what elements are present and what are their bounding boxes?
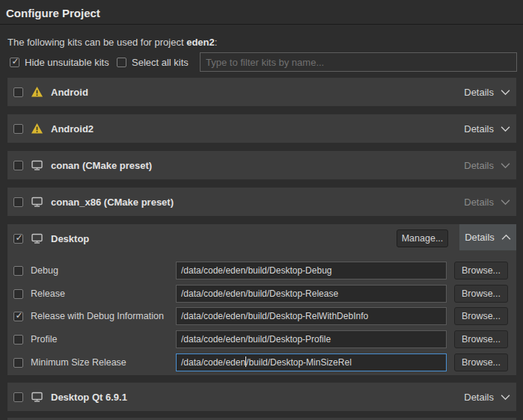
browse-label: Browse... [462, 265, 501, 276]
hide-unsuitable-kits-checkbox[interactable]: ✓ [10, 58, 19, 67]
details-label: Details [464, 87, 494, 98]
path-after-cursor: /build/Desktop-MinSizeRel [246, 357, 352, 368]
kit-name: conan_x86 (CMake preset) [51, 197, 174, 208]
build-config-row-profile: Profile Browse... [13, 330, 508, 348]
warning-icon [31, 86, 43, 98]
details-button[interactable]: Details [464, 383, 510, 411]
desktop-monitor-icon [31, 391, 43, 403]
desktop-monitor-icon [31, 196, 43, 208]
config-label: Release with Debug Information [31, 311, 164, 321]
desktop-monitor-icon [31, 159, 43, 171]
config-release-path-input[interactable] [176, 285, 447, 303]
kit-row-desktop-qt-691[interactable]: Desktop Qt 6.9.1 Details [7, 383, 516, 411]
intro-text: The following kits can be used for proje… [7, 37, 217, 48]
chevron-down-icon [501, 394, 510, 401]
intro-before: The following kits can be used for proje… [7, 37, 186, 48]
kit-android2-checkbox[interactable] [13, 124, 23, 134]
project-name: eden2 [186, 37, 215, 48]
kit-conan-x86-checkbox[interactable] [13, 197, 23, 207]
select-all-kits-label: Select all kits [132, 57, 189, 68]
details-label: Details [464, 123, 494, 135]
intro-after: : [215, 37, 218, 48]
details-button: Details [464, 151, 510, 179]
hide-unsuitable-kits-label: Hide unsuitable kits [25, 57, 109, 68]
kit-conan-checkbox[interactable] [13, 161, 23, 170]
chevron-down-icon [501, 89, 510, 96]
config-profile-path-input[interactable] [176, 330, 447, 348]
path-before-cursor: /data/code/eden [181, 357, 245, 368]
browse-label: Browse... [462, 357, 501, 368]
manage-label: Manage... [402, 233, 444, 244]
manage-kits-button[interactable]: Manage... [397, 229, 448, 247]
select-all-kits-checkbox-row[interactable]: Select all kits [117, 57, 189, 68]
details-label: Details [464, 160, 494, 171]
desktop-monitor-icon [31, 232, 43, 244]
chevron-down-icon [501, 162, 510, 169]
kit-section-desktop: ✓ Desktop Manage... Details Debug Browse… [7, 224, 516, 375]
kit-filter-input[interactable] [200, 52, 517, 72]
config-relwithdebinfo-path-input[interactable] [176, 307, 447, 325]
browse-label: Browse... [462, 334, 501, 345]
kit-desktop-checkbox[interactable]: ✓ [13, 234, 23, 244]
details-label: Details [464, 392, 494, 403]
browse-button[interactable]: Browse... [454, 353, 508, 371]
details-label: Details [465, 232, 495, 243]
checkmark-icon: ✓ [10, 57, 20, 67]
config-profile-checkbox[interactable] [13, 335, 23, 345]
config-debug-path-input[interactable] [176, 262, 447, 280]
kit-row-android2[interactable]: Android2 Details [7, 114, 516, 143]
kit-name: Android2 [51, 123, 94, 135]
details-button[interactable]: Details [464, 78, 510, 106]
hide-unsuitable-kits-checkbox-row[interactable]: ✓ Hide unsuitable kits [10, 57, 109, 68]
details-label: Details [464, 197, 494, 208]
details-button: Details [464, 188, 510, 216]
kit-row-conan-x86[interactable]: conan_x86 (CMake preset) Details [7, 188, 516, 216]
config-debug-checkbox[interactable] [13, 266, 23, 276]
kit-name: Desktop Qt 6.9.1 [51, 392, 127, 403]
kit-name: Desktop [51, 233, 89, 244]
config-label: Minimum Size Release [31, 357, 126, 368]
config-minsizerel-checkbox[interactable] [13, 358, 23, 368]
page-title: Configure Project [6, 7, 100, 19]
warning-icon [31, 123, 43, 135]
kit-name: Android [51, 87, 88, 98]
checkmark-icon: ✓ [14, 233, 24, 243]
kit-row-android[interactable]: Android Details [7, 78, 516, 106]
build-config-row-relwithdebinfo: ✓ Release with Debug Information Browse.… [13, 307, 508, 325]
kit-android-checkbox[interactable] [13, 87, 23, 97]
details-button-expanded[interactable]: Details [459, 224, 516, 250]
details-button[interactable]: Details [464, 114, 510, 143]
kit-desktop-qt-691-checkbox[interactable] [13, 392, 23, 402]
config-minsizerel-path-input[interactable]: /data/code/eden/build/Desktop-MinSizeRel [176, 353, 447, 371]
browse-label: Browse... [462, 311, 501, 321]
browse-button[interactable]: Browse... [454, 262, 508, 280]
build-config-row-debug: Debug Browse... [13, 262, 508, 280]
kit-name: conan (CMake preset) [51, 160, 152, 171]
browse-label: Browse... [462, 288, 501, 299]
config-label: Release [31, 288, 65, 299]
browse-button[interactable]: Browse... [454, 307, 508, 325]
build-config-row-release: Release Browse... [13, 285, 508, 303]
title-separator [0, 24, 523, 25]
config-release-checkbox[interactable] [13, 289, 23, 299]
select-all-kits-checkbox[interactable] [117, 58, 126, 67]
browse-button[interactable]: Browse... [454, 330, 508, 348]
checkmark-icon: ✓ [14, 311, 24, 321]
config-label: Debug [31, 265, 58, 276]
browse-button[interactable]: Browse... [454, 285, 508, 303]
chevron-down-icon [501, 126, 510, 132]
build-config-row-minsizerel: Minimum Size Release /data/code/eden/bui… [13, 353, 508, 371]
config-relwithdebinfo-checkbox[interactable]: ✓ [13, 312, 23, 321]
kit-row-conan[interactable]: conan (CMake preset) Details [7, 151, 516, 179]
chevron-up-icon [501, 234, 511, 241]
config-label: Profile [31, 334, 57, 345]
chevron-down-icon [501, 199, 510, 206]
kit-row-desktop[interactable]: ✓ Desktop [13, 224, 89, 253]
configure-project-panel: Configure Project The following kits can… [0, 0, 523, 420]
